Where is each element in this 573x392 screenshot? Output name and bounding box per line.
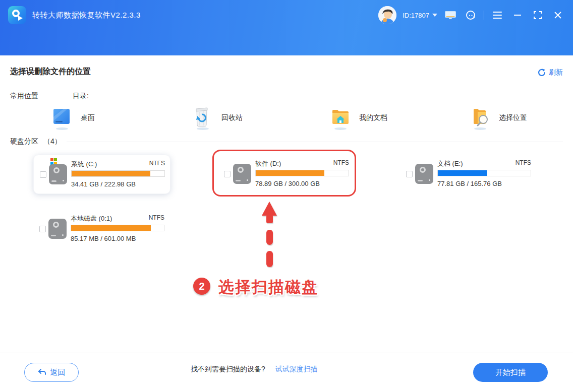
recycle-bin-icon (193, 107, 212, 129)
disk-card-c[interactable]: 系统 (C:) NTFS 34.41 GB / 222.98 GB (33, 155, 170, 194)
deep-scan-link[interactable]: 试试深度扫描 (275, 365, 318, 374)
hard-drive-icon (233, 164, 251, 184)
disk-name: 软件 (D:) (255, 159, 281, 168)
footer: 返回 找不到需要扫描的设备? 试试深度扫描 开始扫描 (0, 353, 573, 392)
disk-card-local[interactable]: 本地磁盘 (0:1) NTFS 85.17 MB / 601.00 MB (33, 210, 170, 249)
location-desktop[interactable]: 桌面 (52, 107, 95, 129)
disk-filesystem: NTFS (333, 159, 349, 168)
annotation-step-badge: 2 (193, 278, 210, 295)
disk-name: 文档 (E:) (437, 159, 463, 168)
disk-name: 系统 (C:) (71, 160, 97, 169)
customer-service-icon[interactable] (464, 8, 478, 22)
disk-filesystem: NTFS (515, 159, 531, 168)
scan-hint-text: 找不到需要扫描的设备? (191, 365, 265, 374)
screen-share-icon[interactable] (443, 8, 457, 22)
annotation-arrow-stem (266, 215, 273, 223)
annotation-label: 选择扫描磁盘 (218, 277, 318, 298)
back-label: 返回 (50, 368, 66, 377)
choose-location-icon (471, 107, 490, 129)
disk-card-d[interactable]: 软件 (D:) NTFS 78.89 GB / 300.00 GB (218, 155, 355, 194)
annotation-arrow-icon (262, 202, 277, 216)
app-title: 转转大师数据恢复软件V2.2.3.3 (32, 11, 141, 20)
disk-checkbox[interactable] (40, 171, 46, 178)
menu-icon[interactable] (490, 8, 504, 22)
refresh-label: 刷新 (549, 68, 563, 77)
location-label: 桌面 (81, 113, 95, 122)
disk-checkbox[interactable] (224, 171, 231, 177)
disk-filesystem: NTFS (149, 160, 165, 169)
disk-usage-fill (438, 170, 487, 176)
location-label: 回收站 (221, 113, 243, 122)
back-arrow-icon (38, 369, 46, 376)
disk-usage-text: 78.89 GB / 300.00 GB (255, 180, 320, 187)
page-title: 选择误删除文件的位置 (10, 67, 91, 77)
disk-usage-text: 77.81 GB / 165.76 GB (437, 180, 502, 187)
refresh-icon (538, 69, 546, 77)
annotation-arrow-dash (266, 251, 273, 267)
location-my-documents[interactable]: 我的文档 (331, 107, 387, 129)
user-avatar[interactable] (378, 6, 396, 24)
disk-card-e[interactable]: 文档 (E:) NTFS 77.81 GB / 165.76 GB (400, 155, 537, 194)
partitions-section-label: 硬盘分区 （4） (10, 137, 62, 146)
disk-usage-bar (255, 170, 349, 176)
refresh-button[interactable]: 刷新 (538, 68, 563, 77)
disk-usage-fill (71, 225, 151, 231)
location-label: 我的文档 (359, 113, 387, 122)
minimize-icon[interactable] (510, 8, 525, 22)
disk-name: 本地磁盘 (0:1) (71, 214, 112, 223)
hard-drive-icon (49, 164, 67, 184)
titlebar-divider (484, 11, 484, 20)
common-locations-label: 常用位置 (10, 92, 38, 101)
disk-usage-fill (256, 170, 324, 176)
close-icon[interactable] (551, 8, 565, 22)
maximize-icon[interactable] (531, 8, 545, 22)
section-divider (67, 142, 563, 142)
user-id: ID:17807 (403, 12, 429, 19)
disk-checkbox[interactable] (406, 171, 413, 177)
start-scan-button[interactable]: 开始扫描 (473, 363, 548, 382)
user-id-dropdown[interactable]: ID:17807 (403, 12, 437, 19)
desktop-icon (52, 107, 72, 129)
location-recycle-bin[interactable]: 回收站 (193, 107, 243, 129)
disk-filesystem: NTFS (149, 214, 164, 223)
back-button[interactable]: 返回 (24, 363, 79, 382)
directory-label: 目录: (73, 92, 89, 101)
disk-usage-text: 34.41 GB / 222.98 GB (71, 180, 136, 188)
disk-usage-text: 85.17 MB / 601.00 MB (71, 235, 136, 242)
titlebar: 转转大师数据恢复软件V2.2.3.3 ID:17807 (0, 0, 573, 30)
annotation-arrow-dash (266, 230, 273, 245)
hard-drive-icon (48, 219, 67, 239)
location-choose[interactable]: 选择位置 (471, 107, 527, 129)
my-documents-icon (331, 107, 350, 129)
hard-drive-icon (415, 164, 433, 184)
disk-usage-fill (72, 171, 150, 176)
disk-checkbox[interactable] (39, 226, 46, 232)
disk-usage-bar (437, 170, 531, 176)
location-label: 选择位置 (499, 113, 527, 122)
disk-usage-bar (71, 225, 164, 231)
disk-usage-bar (71, 170, 165, 177)
app-logo-icon (8, 6, 26, 24)
chevron-down-icon (432, 14, 437, 17)
